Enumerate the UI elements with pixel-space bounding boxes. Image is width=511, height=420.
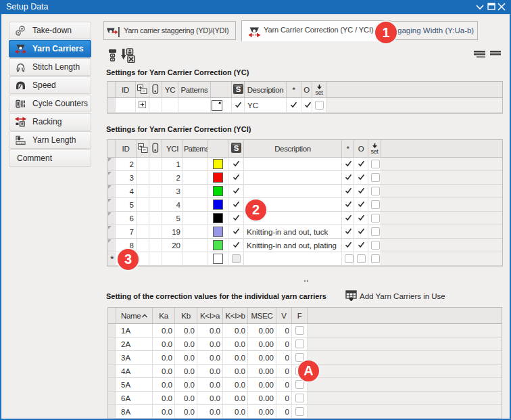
svg-text:S: S — [233, 144, 239, 152]
svg-text:S: S — [235, 85, 241, 93]
